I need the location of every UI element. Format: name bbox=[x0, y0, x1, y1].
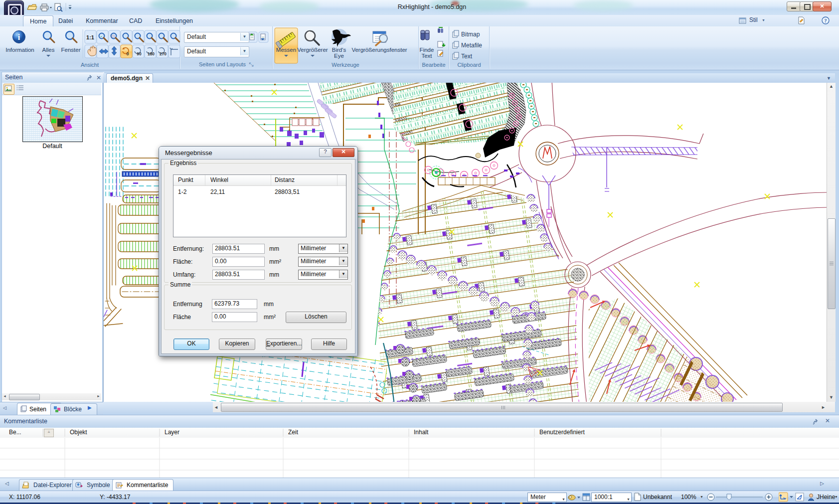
svg-text:Text: Text bbox=[461, 53, 473, 60]
svg-text:1:1: 1:1 bbox=[86, 34, 94, 40]
svg-text:Text: Text bbox=[421, 53, 432, 59]
svg-text:□: □ bbox=[112, 34, 115, 38]
svg-text:Information: Information bbox=[5, 47, 34, 53]
svg-text:Messen: Messen bbox=[276, 47, 296, 53]
svg-text:Metafile: Metafile bbox=[461, 42, 482, 49]
svg-text:i: i bbox=[18, 33, 20, 41]
svg-text:Fenster: Fenster bbox=[61, 47, 81, 53]
svg-text:Finde: Finde bbox=[420, 47, 434, 53]
svg-text:?: ? bbox=[825, 18, 827, 23]
svg-text:180: 180 bbox=[148, 51, 155, 56]
svg-text:Vergrößerer: Vergrößerer bbox=[297, 47, 328, 53]
svg-text:90: 90 bbox=[137, 51, 142, 56]
svg-text:-: - bbox=[101, 34, 102, 38]
svg-text:270: 270 bbox=[160, 51, 167, 56]
svg-text:Eye: Eye bbox=[334, 53, 344, 59]
svg-text:Vergrößerungsfenster: Vergrößerungsfenster bbox=[351, 47, 407, 53]
svg-text:Bird's: Bird's bbox=[332, 47, 346, 53]
svg-text:0: 0 bbox=[126, 51, 129, 56]
svg-text:Alles: Alles bbox=[42, 47, 55, 53]
svg-text:Bitmap: Bitmap bbox=[461, 31, 480, 38]
